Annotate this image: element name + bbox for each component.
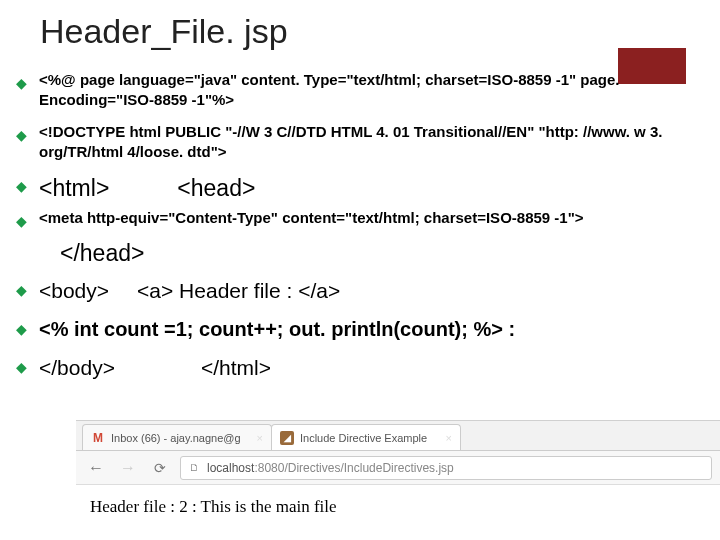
bullet-text: <html><head> bbox=[39, 173, 702, 204]
bullet-marker-icon: ◆ bbox=[16, 127, 27, 143]
address-path: :8080/Directives/IncludeDirectives.jsp bbox=[254, 461, 453, 475]
bullet-item: ◆ <%@ page language="java" content. Type… bbox=[16, 70, 702, 111]
file-icon: 🗋 bbox=[189, 462, 199, 473]
page-title: Header_File. jsp bbox=[40, 12, 288, 51]
bullet-text: </body></html> bbox=[39, 354, 702, 382]
close-icon[interactable]: × bbox=[446, 432, 452, 444]
browser-viewport: Header file : 2 : This is the main file bbox=[76, 485, 720, 529]
close-icon[interactable]: × bbox=[257, 432, 263, 444]
bullet-marker-icon: ◆ bbox=[16, 213, 27, 229]
code-head-close: </head> bbox=[60, 240, 702, 267]
bullet-item: ◆ <body><a> Header file : </a> bbox=[16, 277, 702, 305]
forward-button[interactable]: → bbox=[116, 456, 140, 480]
address-host: localhost bbox=[207, 461, 254, 475]
bullet-list: ◆ <%@ page language="java" content. Type… bbox=[16, 70, 702, 394]
page-text: Header file : 2 : This is the main file bbox=[90, 497, 337, 516]
browser-tab[interactable]: ◢ Include Directive Example × bbox=[271, 424, 461, 450]
bullet-item: ◆ <!DOCTYPE html PUBLIC "-//W 3 C//DTD H… bbox=[16, 122, 702, 163]
bullet-marker-icon: ◆ bbox=[16, 75, 27, 91]
bullet-text: <body><a> Header file : </a> bbox=[39, 277, 702, 305]
code-body-close: </body> bbox=[39, 356, 115, 379]
bullet-text: <!DOCTYPE html PUBLIC "-//W 3 C//DTD HTM… bbox=[39, 122, 702, 163]
bullet-text: <%@ page language="java" content. Type="… bbox=[39, 70, 702, 111]
browser-tab[interactable]: M Inbox (66) - ajay.nagne@g × bbox=[82, 424, 272, 450]
code-html-close: </html> bbox=[201, 356, 271, 379]
code-body-open: <body> bbox=[39, 279, 109, 302]
bullet-text: <meta http-equiv="Content-Type" content=… bbox=[39, 208, 702, 228]
code-html-open: <html> bbox=[39, 175, 109, 201]
bullet-marker-icon: ◆ bbox=[16, 359, 27, 375]
tab-label: Include Directive Example bbox=[300, 432, 427, 444]
tomcat-icon: ◢ bbox=[280, 431, 294, 445]
reload-button[interactable]: ⟳ bbox=[148, 456, 172, 480]
bullet-item: ◆ <% int count =1; count++; out. println… bbox=[16, 316, 702, 343]
back-button[interactable]: ← bbox=[84, 456, 108, 480]
address-text: localhost:8080/Directives/IncludeDirecti… bbox=[207, 461, 454, 475]
bullet-item: ◆ <meta http-equiv="Content-Type" conten… bbox=[16, 208, 702, 229]
address-bar[interactable]: 🗋 localhost:8080/Directives/IncludeDirec… bbox=[180, 456, 712, 480]
code-anchor: <a> Header file : </a> bbox=[137, 279, 340, 302]
code-head-open: <head> bbox=[177, 175, 255, 201]
browser-toolbar: ← → ⟳ 🗋 localhost:8080/Directives/Includ… bbox=[76, 451, 720, 485]
bullet-marker-icon: ◆ bbox=[16, 282, 27, 298]
tab-label: Inbox (66) - ajay.nagne@g bbox=[111, 432, 241, 444]
bullet-marker-icon: ◆ bbox=[16, 321, 27, 337]
browser-window: M Inbox (66) - ajay.nagne@g × ◢ Include … bbox=[76, 420, 720, 540]
gmail-icon: M bbox=[91, 431, 105, 445]
bullet-text: <% int count =1; count++; out. println(c… bbox=[39, 316, 702, 343]
bullet-marker-icon: ◆ bbox=[16, 178, 27, 194]
bullet-item: ◆ </body></html> bbox=[16, 354, 702, 382]
bullet-item: ◆ <html><head> bbox=[16, 173, 702, 204]
browser-tabbar: M Inbox (66) - ajay.nagne@g × ◢ Include … bbox=[76, 421, 720, 451]
